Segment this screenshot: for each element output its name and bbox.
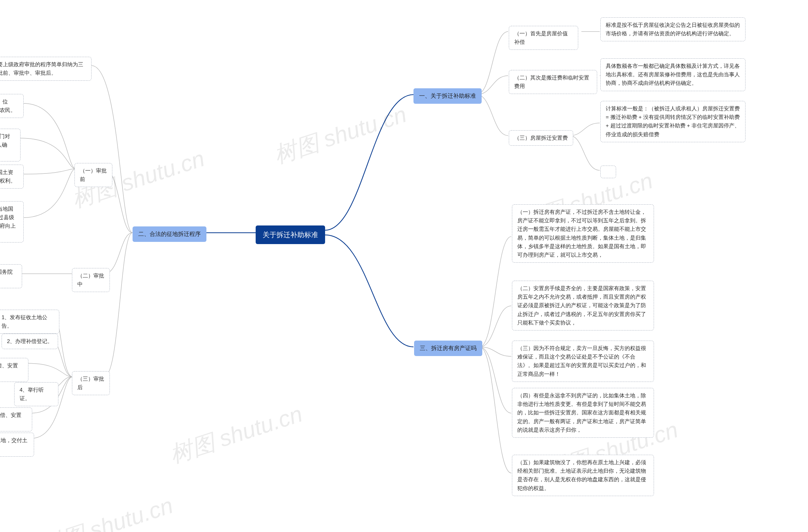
b1-2-title[interactable]: （二）其次是搬迁费和临时安置费用 — [509, 70, 597, 94]
b3-i2[interactable]: （二）安置房手续是齐全的，主要是国家有政策，安置房五年之内不允许交易，或者抵押，… — [512, 281, 654, 330]
b2-2-title[interactable]: （二）审批中 — [72, 268, 110, 292]
b3-i5[interactable]: （五）如果建筑物没了，你想再在原土地上兴建，必须经相关部门批准。土地证表示此土地… — [512, 455, 654, 496]
b2-3-i3[interactable]: 3、拟定和公布征地补偿、安置方案。 — [0, 358, 29, 382]
b2-1-title[interactable]: （一）审批前 — [74, 163, 112, 187]
watermark: 树图 shutu.cn — [270, 99, 411, 171]
b2-1-i4[interactable]: 4、征地材料的组织、审核及上报。当地国土资源部门依法拟定"一书四方案"经过县级人… — [0, 201, 24, 243]
b2-3-i2[interactable]: 2、办理补偿登记。 — [2, 334, 58, 349]
watermark: 树图 shutu.cn — [37, 490, 177, 532]
b2-1-i3[interactable]: 3、征询意见，组织征地听证。当地国土资源部门应告知被征收人有申请听证的权利。 — [0, 165, 24, 189]
b1-3-title[interactable]: （三）房屋拆迁安置费 — [509, 130, 573, 146]
b1-2-detail[interactable]: 具体数额各市一般都已确定具体数额及计算方式，详见各地出具标准。还有房屋装修补偿费… — [600, 58, 746, 91]
b1-3-empty — [600, 166, 616, 178]
branch-3[interactable]: 三、拆迁房有房产证吗 — [414, 341, 482, 356]
branch-2[interactable]: 二、合法的征地拆迁程序 — [132, 226, 206, 242]
b1-1-detail[interactable]: 标准是按不低于房屋征收决定公告之日被征收房屋类似的市场价格，并请有评估资质的评估… — [600, 17, 746, 41]
root-node[interactable]: 关于拆迁补助标准 — [256, 226, 325, 244]
b3-i3[interactable]: （三）因为不符合规定，卖方一旦反悔，买方的权益很难保证，而且这个交易公证处是不予… — [512, 341, 654, 382]
b2-3-i6[interactable]: 6、实施征地，交付土地。 — [0, 433, 34, 457]
b3-i1[interactable]: （一）拆迁房有房产证，不过拆迁房不含土地转让金，房产证不能立即拿到，不过可以等到… — [512, 204, 654, 263]
b2-3-i1[interactable]: 1、发布征收土地公告。 — [0, 310, 59, 334]
b1-1-title[interactable]: （一）首先是房屋价值补偿 — [509, 26, 578, 50]
b1-3-detail[interactable]: 计算标准一般是：（被拆迁人或承租人）房屋拆迁安置费 = 搬迁补助费 + 没有提供… — [600, 101, 746, 142]
branch-1[interactable]: 一、关于拆迁补助标准 — [414, 88, 482, 104]
b2-1-i1[interactable]: 1、发布征地告知。将拟征地的用途、位置、补偿标准、安置途径告知被征地农民。 — [0, 94, 24, 118]
watermark: 树图 shutu.cn — [166, 399, 307, 470]
b2-3-i4[interactable]: 4、举行听证。 — [14, 382, 58, 406]
b3-i4[interactable]: （四）有些是永远拿不到房产证的，比如集体土地，除非他进行土地性质变更。有些是拿到… — [512, 388, 654, 438]
b2-3-i5[interactable]: 5、批准征地补偿、安置方案。 — [0, 407, 32, 432]
b2-intro[interactable]: 首先根据需要上级政府审批的程序简单归纳为三个阶段：审批前、审批中、审批后。 — [0, 57, 92, 81]
b2-3-title[interactable]: （三）审批后 — [72, 371, 110, 395]
b2-2-detail[interactable]: 法律明确规定，征收土地的，应当由国务院和省级人民政府进行审核。 — [0, 264, 22, 288]
b2-1-i2[interactable]: 2、现状调查及确认。当地国土资源部门对拟征土地现状的调查结果须经被征收人确认。 — [0, 129, 20, 162]
